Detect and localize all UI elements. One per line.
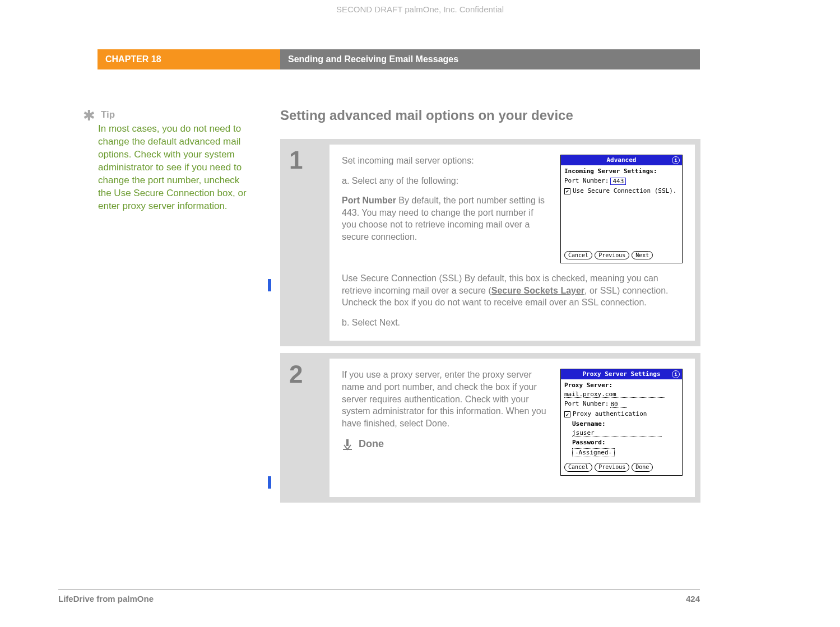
change-bar-icon (268, 279, 271, 291)
footer-product: LifeDrive from palmOne (58, 594, 154, 603)
username-label: Username: (572, 420, 679, 429)
step1-ssl: Use Secure Connection (SSL) By default, … (342, 272, 683, 309)
tip-asterisk-icon: ✱ (83, 109, 95, 122)
cancel-button[interactable]: Cancel (564, 463, 592, 472)
dialog-title: Proxy Server Settings (582, 370, 660, 379)
step1-b: b. Select Next. (342, 317, 683, 329)
previous-button[interactable]: Previous (595, 251, 629, 260)
dialog-title: Advanced (607, 156, 637, 165)
previous-button[interactable]: Previous (595, 463, 629, 472)
dialog-titlebar: Advanced i (561, 155, 682, 165)
chapter-label: CHAPTER 18 (98, 49, 280, 69)
ssl-label: Use Secure Connection (SSL). (573, 187, 676, 196)
info-icon[interactable]: i (672, 156, 680, 164)
advanced-dialog: Advanced i Incoming Server Settings: Por… (560, 155, 683, 263)
step2-body: If you use a proxy server, enter the pro… (342, 369, 548, 429)
ssl-heading: Use Secure Connection (SSL) (342, 273, 462, 283)
info-icon[interactable]: i (672, 370, 680, 378)
main-content: Setting advanced mail options on your de… (280, 108, 700, 509)
done-button[interactable]: Done (632, 463, 653, 472)
footer-page-number: 424 (686, 594, 700, 603)
password-input[interactable]: -Assigned- (572, 448, 615, 458)
step1-intro: Set incoming mail server options: (342, 155, 548, 167)
port-number-label: Port Number (342, 196, 396, 205)
password-label: Password: (572, 439, 679, 447)
tip-sidebar: ✱ Tip In most cases, you do not need to … (83, 109, 249, 213)
proxy-server-input[interactable]: mail.proxy.com (564, 391, 665, 398)
proxy-port-input[interactable]: 80 (610, 401, 627, 408)
done-arrow-icon (342, 438, 353, 450)
ssl-link[interactable]: Secure Sockets Layer (491, 286, 584, 295)
step-2: 2 If you use a proxy server, enter the p… (280, 353, 700, 503)
port-input[interactable]: 443 (610, 178, 626, 185)
tip-body: In most cases, you do not need to change… (98, 123, 249, 213)
step-number: 1 (286, 145, 329, 173)
done-row: Done (342, 437, 548, 450)
proxy-port-label: Port Number: (564, 400, 609, 408)
step1-a: a. Select any of the following: (342, 175, 548, 187)
auth-label: Proxy authentication (573, 410, 647, 419)
tip-heading: Tip (101, 109, 115, 122)
port-label: Port Number: (564, 177, 609, 185)
header-bar: CHAPTER 18 Sending and Receiving Email M… (0, 49, 840, 69)
proxy-section: Proxy Server: (564, 382, 679, 390)
step-number: 2 (286, 359, 329, 387)
change-bar-icon (268, 476, 271, 489)
done-label: Done (359, 437, 384, 450)
step1-port: Port Number By default, the port number … (342, 194, 548, 243)
cancel-button[interactable]: Cancel (564, 251, 592, 260)
auth-checkbox[interactable]: ✔ (564, 411, 570, 417)
next-button[interactable]: Next (632, 251, 653, 260)
dialog-titlebar: Proxy Server Settings i (561, 369, 682, 379)
proxy-dialog: Proxy Server Settings i Proxy Server: ma… (560, 369, 683, 476)
chapter-title: Sending and Receiving Email Messages (280, 49, 700, 69)
watermark-text: SECOND DRAFT palmOne, Inc. Confidential (0, 4, 840, 14)
dialog-section: Incoming Server Settings: (564, 168, 679, 176)
username-input[interactable]: jsuser (572, 430, 662, 436)
section-title: Setting advanced mail options on your de… (280, 108, 700, 123)
ssl-checkbox[interactable]: ✔ (564, 188, 570, 194)
header-spacer (0, 49, 98, 69)
page-footer: LifeDrive from palmOne 424 (58, 589, 700, 603)
step-1: 1 Set incoming mail server options: a. S… (280, 139, 700, 346)
